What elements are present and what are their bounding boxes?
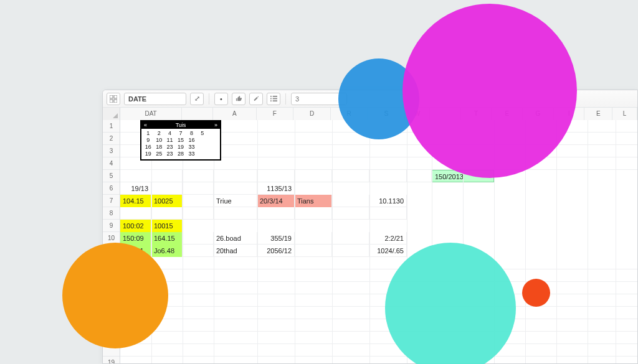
calendar-day[interactable]: 19 — [175, 144, 186, 151]
calendar-day[interactable]: 18 — [153, 144, 164, 151]
cell[interactable] — [183, 170, 214, 182]
calendar-day[interactable]: 5 — [197, 130, 207, 137]
cell[interactable] — [332, 207, 369, 220]
cell[interactable]: 1024/.65 — [369, 245, 407, 257]
calendar-day[interactable]: 4 — [164, 130, 175, 137]
calendar-day[interactable] — [197, 137, 207, 144]
cell[interactable] — [120, 319, 638, 332]
cell[interactable]: 20/3/14 — [257, 195, 295, 207]
cell[interactable]: Tians — [295, 195, 332, 207]
cell[interactable] — [120, 294, 638, 307]
cell[interactable] — [295, 245, 332, 257]
calendar-day[interactable] — [208, 144, 219, 151]
cell[interactable]: 20thad — [214, 245, 257, 257]
cell[interactable] — [120, 344, 638, 357]
calendar-day[interactable]: 33 — [186, 144, 197, 151]
cell[interactable] — [214, 170, 257, 182]
cell[interactable]: 26.boad — [214, 232, 257, 245]
cell[interactable] — [332, 232, 369, 245]
row-header[interactable]: 3 — [103, 145, 120, 157]
cell[interactable]: Triue — [214, 195, 257, 207]
calendar-day[interactable]: 28 — [175, 151, 186, 157]
column-header[interactable]: D — [293, 108, 331, 120]
expand-icon-button[interactable]: ⤢ — [190, 93, 204, 105]
cell[interactable] — [151, 182, 183, 195]
cell[interactable]: 100:02 — [120, 220, 151, 232]
cell[interactable]: 104.15 — [120, 195, 151, 207]
calendar-day[interactable] — [208, 151, 219, 157]
cell[interactable] — [183, 195, 214, 207]
calendar-day[interactable]: 23 — [164, 144, 175, 151]
highlight-icon-button[interactable] — [249, 93, 263, 105]
cell[interactable]: 10.1130 — [369, 195, 407, 207]
cell[interactable]: Jo6.48 — [151, 245, 183, 257]
cell[interactable] — [183, 232, 214, 245]
calendar-day[interactable]: 7 — [175, 130, 186, 137]
calendar-next-icon[interactable]: » — [214, 122, 217, 128]
column-header[interactable]: A — [213, 108, 257, 120]
cell[interactable] — [120, 307, 638, 319]
cell[interactable] — [120, 357, 638, 364]
cell[interactable]: 164.15 — [151, 232, 183, 245]
cell[interactable]: 355/19 — [257, 232, 295, 245]
calendar-popup[interactable]: « Tuis » 124785 910111516 1618231933 192… — [140, 120, 221, 161]
cell-area[interactable]: /* rows drawn via absolute positioning b… — [120, 120, 637, 363]
cell[interactable]: 2056/12 — [257, 245, 295, 257]
cell[interactable] — [120, 207, 151, 220]
calendar-day[interactable] — [197, 144, 207, 151]
cell[interactable] — [257, 170, 295, 182]
calendar-day[interactable] — [208, 130, 219, 137]
row-header[interactable]: 2 — [103, 133, 120, 145]
name-box-input[interactable] — [124, 93, 186, 105]
cell[interactable] — [214, 207, 257, 220]
row-header[interactable]: 6 — [103, 182, 120, 195]
grid-icon-button[interactable] — [107, 93, 120, 105]
cell[interactable] — [120, 332, 638, 344]
column-header[interactable]: L — [612, 108, 637, 120]
calendar-day[interactable]: 10 — [153, 137, 164, 144]
column-header[interactable]: F — [257, 108, 294, 120]
column-header[interactable] — [182, 108, 213, 120]
cell[interactable] — [407, 170, 432, 182]
calendar-day[interactable]: 16 — [186, 137, 197, 144]
cell[interactable] — [214, 182, 257, 195]
list-icon-button[interactable] — [267, 93, 280, 105]
calendar-day[interactable]: 25 — [153, 151, 164, 157]
cell[interactable] — [332, 245, 369, 257]
cell[interactable] — [120, 269, 638, 282]
column-header[interactable]: E — [584, 108, 612, 120]
calendar-prev-icon[interactable]: « — [144, 122, 147, 128]
cell[interactable] — [120, 282, 638, 294]
calendar-day[interactable]: 8 — [186, 130, 197, 137]
cell[interactable]: 1135/13 — [257, 182, 295, 195]
cell[interactable] — [183, 245, 214, 257]
cell[interactable] — [332, 195, 369, 207]
row-header[interactable]: 9 — [103, 220, 120, 232]
calendar-day[interactable]: 19 — [143, 151, 153, 157]
cell[interactable] — [257, 207, 295, 220]
calendar-day[interactable]: 33 — [186, 151, 197, 157]
row-header[interactable]: 5 — [103, 170, 120, 182]
calendar-day[interactable]: 16 — [143, 144, 153, 151]
cell[interactable] — [183, 207, 214, 220]
cell[interactable] — [295, 232, 332, 245]
calendar-day[interactable]: 2 — [153, 130, 164, 137]
cell[interactable]: 2:2/21 — [369, 232, 407, 245]
column-header[interactable]: DAT — [120, 108, 182, 120]
row-header[interactable]: 1 — [103, 120, 120, 133]
row-header[interactable]: 7 — [103, 195, 120, 207]
calendar-day[interactable] — [208, 137, 219, 144]
cell[interactable] — [332, 170, 369, 182]
cell[interactable] — [151, 207, 183, 220]
calendar-day[interactable] — [197, 151, 207, 157]
calendar-day[interactable]: 23 — [164, 151, 175, 157]
row-header[interactable]: 4 — [103, 157, 120, 170]
cell[interactable]: 19/13 — [120, 182, 151, 195]
cell[interactable]: 150:09 — [120, 232, 151, 245]
cell[interactable]: 10025 — [151, 195, 183, 207]
row-header[interactable]: 19 — [103, 357, 120, 364]
cell[interactable] — [295, 207, 332, 220]
cell[interactable] — [120, 257, 638, 269]
calendar-day[interactable]: 1 — [143, 130, 153, 137]
calendar-day[interactable]: 15 — [175, 137, 186, 144]
